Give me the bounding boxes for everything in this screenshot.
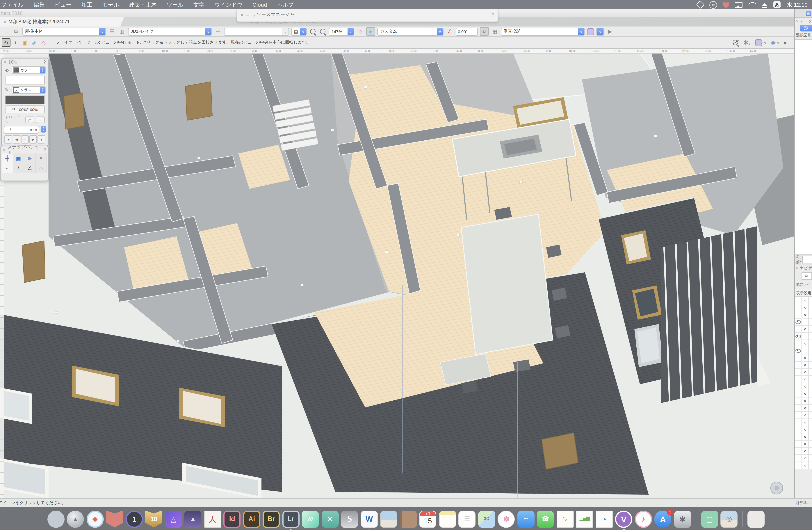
- smart-angle-snap-icon[interactable]: ∠: [24, 164, 36, 173]
- layer-row[interactable]: ×: [795, 362, 812, 369]
- menu-編集[interactable]: 編集: [29, 0, 50, 9]
- layer-row[interactable]: ×: [795, 441, 812, 448]
- scrivener-icon[interactable]: S: [341, 511, 358, 528]
- affinity-triangle-icon[interactable]: △: [165, 511, 182, 528]
- drop-shadow-options-button[interactable]: …: [36, 116, 45, 123]
- layer-row[interactable]: ×: [795, 433, 812, 441]
- finder-icon[interactable]: [47, 511, 64, 528]
- object-cube-mode-icon[interactable]: ▣: [20, 38, 29, 47]
- illustrator-icon[interactable]: Ai: [243, 511, 260, 528]
- reminders-icon[interactable]: ☰: [459, 511, 476, 528]
- active-layer-dropdown[interactable]: 3D1Fレイヤ∨: [128, 27, 212, 36]
- grid-snap-icon[interactable]: ╋: [2, 153, 13, 164]
- appstore-icon[interactable]: A1: [654, 511, 671, 528]
- menu-建築・土木[interactable]: 建築・土木: [124, 0, 162, 9]
- eye-icon[interactable]: [795, 349, 801, 353]
- toolbar-overflow-icon[interactable]: ▶: [606, 28, 614, 35]
- launchpad-icon[interactable]: ▲: [67, 511, 84, 528]
- layer-row[interactable]: [795, 333, 812, 340]
- visibility-column-header[interactable]: 表示設定: [795, 289, 812, 297]
- document-tab[interactable]: × M邸 BIM化 推進本部2024071...: [0, 17, 120, 27]
- eye-icon[interactable]: [795, 334, 801, 338]
- menu-モデル[interactable]: モデル: [97, 0, 124, 9]
- fit-page-zoom-icon[interactable]: [310, 29, 316, 34]
- layer-row[interactable]: ×: [795, 448, 812, 455]
- eye-icon[interactable]: [795, 320, 801, 324]
- viewports-icon[interactable]: ▦: [491, 28, 499, 35]
- projection-check-icon[interactable]: ◈✓∨: [771, 39, 780, 46]
- notes-icon[interactable]: [439, 511, 456, 528]
- vectorworks-icon[interactable]: V: [615, 511, 632, 528]
- zoom-level-dropdown[interactable]: 147%∨: [329, 27, 354, 36]
- japanese-input-icon[interactable]: あ: [773, 1, 781, 8]
- pages-icon[interactable]: ✎: [556, 511, 574, 528]
- layer-row[interactable]: ×: [795, 383, 812, 390]
- resource-manager-close-icon[interactable]: ×: [241, 12, 244, 18]
- system-preferences-icon[interactable]: ✱: [674, 511, 691, 528]
- numbers-icon[interactable]: ▂▅▇: [576, 511, 593, 528]
- previous-view-icon[interactable]: ↩: [214, 28, 222, 35]
- attributes-close-icon[interactable]: ×: [4, 60, 6, 65]
- photos-icon[interactable]: ✽: [498, 511, 515, 528]
- layer-row[interactable]: ×: [795, 340, 812, 347]
- gear-icon[interactable]: ✱∨: [743, 39, 751, 46]
- snap-help-icon[interactable]: ?: [43, 148, 46, 152]
- stickies-icon[interactable]: ▢: [701, 511, 718, 528]
- flyover-hand-icon[interactable]: [587, 28, 594, 35]
- sidebar-tool-icon[interactable]: ▦: [806, 11, 811, 16]
- bridge-icon[interactable]: Br: [263, 511, 280, 528]
- menu-ヘルプ[interactable]: ヘルプ: [272, 0, 299, 9]
- object-snap-icon[interactable]: ▣: [13, 153, 25, 164]
- menu-bar-items[interactable]: ファイル編集ビュー加工モデル建築・土木ツール文字ウインドウCloudヘルプ: [0, 0, 299, 9]
- angle-snap-icon[interactable]: ⊕: [24, 153, 36, 164]
- lightroom-icon[interactable]: Lr: [282, 511, 299, 528]
- indesign-icon[interactable]: Id: [223, 511, 241, 528]
- working-plane-icon[interactable]: ◇: [356, 28, 364, 35]
- preview-icon[interactable]: ◎: [721, 511, 738, 528]
- messages-icon[interactable]: •••: [517, 511, 534, 528]
- word-icon[interactable]: W: [361, 511, 378, 528]
- layer-stack-icon[interactable]: ☰: [108, 28, 116, 35]
- layer-row[interactable]: [795, 347, 812, 354]
- flyover-options-dropdown[interactable]: ∨: [596, 27, 604, 36]
- safari-icon[interactable]: ◆: [86, 511, 103, 528]
- acrobat-icon[interactable]: 人: [204, 511, 221, 528]
- line-weight-stepper[interactable]: ∧∨: [41, 126, 46, 132]
- pen-color-well[interactable]: [5, 96, 45, 104]
- name-field[interactable]: [802, 255, 812, 263]
- menu-ファイル[interactable]: ファイル: [0, 0, 29, 9]
- working-plane-snap-icon[interactable]: ◇: [36, 164, 47, 173]
- ten-shield-icon[interactable]: 10: [145, 511, 162, 528]
- keynote-icon[interactable]: ◔: [596, 511, 613, 528]
- menu-clock[interactable]: 水 12:10: [787, 1, 808, 9]
- unified-view-icon[interactable]: ◈: [366, 27, 375, 36]
- unified-diamond-mode-icon[interactable]: ◈: [30, 38, 39, 47]
- creative-cloud-icon[interactable]: ∞: [710, 1, 717, 9]
- tab-close-icon[interactable]: ×: [3, 19, 6, 25]
- attributes-help-icon[interactable]: ?: [43, 60, 46, 65]
- layer-row[interactable]: ×: [795, 354, 812, 362]
- attr-next-button[interactable]: ▶: [29, 135, 37, 143]
- resource-manager-minimize-icon[interactable]: –: [246, 12, 249, 18]
- prism-triangle-icon[interactable]: ▲: [185, 511, 202, 528]
- layer-options-icon[interactable]: ▥: [118, 28, 126, 35]
- flyover-rotate-mode-icon[interactable]: ↻: [2, 38, 11, 47]
- view-preset-dropdown[interactable]: カスタム∨: [377, 27, 444, 36]
- menu-加工[interactable]: 加工: [76, 0, 97, 9]
- airplay-icon[interactable]: [735, 2, 743, 8]
- x-app-icon[interactable]: ×: [321, 511, 338, 528]
- menu-文字[interactable]: 文字: [188, 0, 209, 9]
- layer-row[interactable]: ×: [795, 369, 812, 376]
- drop-shadow-toggle[interactable]: ▢: [25, 116, 34, 123]
- resource-manager-title-bar[interactable]: × – リソースマネージャ ?: [237, 8, 498, 22]
- center-point-mode-icon[interactable]: +: [11, 38, 20, 47]
- layer-row[interactable]: ×: [795, 376, 812, 383]
- pen-style-dropdown[interactable]: ↗クラス…∧∨: [12, 86, 46, 94]
- layer-row[interactable]: ×: [795, 412, 812, 419]
- attr-menu-left-button[interactable]: ▾: [4, 135, 12, 143]
- back-arrow-icon[interactable]: →: [2, 28, 10, 35]
- layer-row[interactable]: [795, 319, 812, 326]
- layer-row[interactable]: ×: [795, 311, 812, 319]
- wifi-icon[interactable]: [749, 2, 756, 7]
- eject-icon[interactable]: [762, 3, 768, 6]
